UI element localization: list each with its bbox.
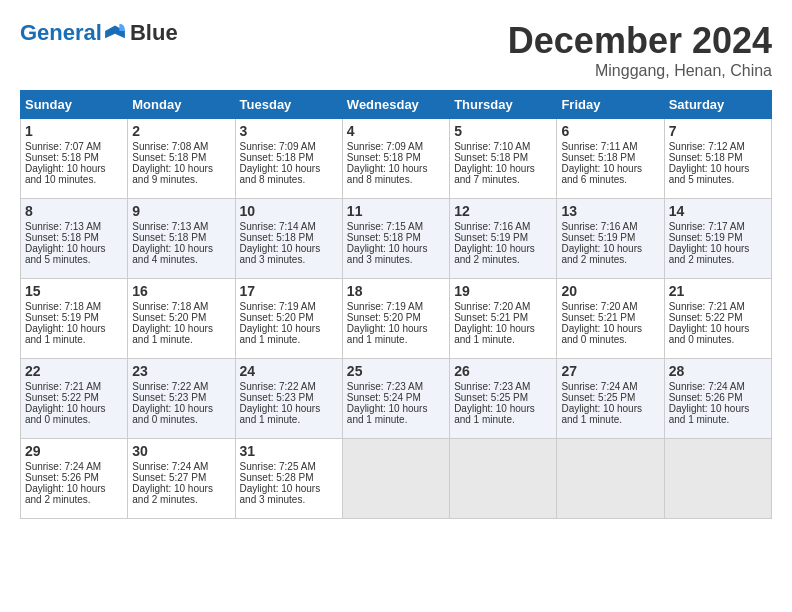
calendar-table: Sunday Monday Tuesday Wednesday Thursday… [20,90,772,519]
table-row: 8Sunrise: 7:13 AMSunset: 5:18 PMDaylight… [21,199,128,279]
sunrise-text: Sunrise: 7:16 AM [561,221,637,232]
table-row: 4Sunrise: 7:09 AMSunset: 5:18 PMDaylight… [342,119,449,199]
daylight-text: Daylight: 10 hours and 5 minutes. [669,163,750,185]
sunset-text: Sunset: 5:21 PM [561,312,635,323]
table-row: 10Sunrise: 7:14 AMSunset: 5:18 PMDayligh… [235,199,342,279]
col-thursday: Thursday [450,91,557,119]
month-title: December 2024 [508,20,772,62]
sunrise-text: Sunrise: 7:13 AM [132,221,208,232]
table-row: 30Sunrise: 7:24 AMSunset: 5:27 PMDayligh… [128,439,235,519]
daylight-text: Daylight: 10 hours and 8 minutes. [240,163,321,185]
day-number: 14 [669,203,767,219]
sunset-text: Sunset: 5:20 PM [132,312,206,323]
sunset-text: Sunset: 5:18 PM [347,232,421,243]
empty-cell [342,439,449,519]
table-row: 19Sunrise: 7:20 AMSunset: 5:21 PMDayligh… [450,279,557,359]
day-number: 17 [240,283,338,299]
sunrise-text: Sunrise: 7:24 AM [132,461,208,472]
sunrise-text: Sunrise: 7:12 AM [669,141,745,152]
table-row: 1Sunrise: 7:07 AMSunset: 5:18 PMDaylight… [21,119,128,199]
table-row: 29Sunrise: 7:24 AMSunset: 5:26 PMDayligh… [21,439,128,519]
sunset-text: Sunset: 5:18 PM [25,232,99,243]
sunset-text: Sunset: 5:18 PM [240,152,314,163]
logo-icon [104,20,126,42]
daylight-text: Daylight: 10 hours and 1 minute. [25,323,106,345]
sunrise-text: Sunrise: 7:25 AM [240,461,316,472]
calendar-week-5: 29Sunrise: 7:24 AMSunset: 5:26 PMDayligh… [21,439,772,519]
daylight-text: Daylight: 10 hours and 1 minute. [347,323,428,345]
table-row: 23Sunrise: 7:22 AMSunset: 5:23 PMDayligh… [128,359,235,439]
sunrise-text: Sunrise: 7:20 AM [454,301,530,312]
sunset-text: Sunset: 5:25 PM [561,392,635,403]
day-number: 19 [454,283,552,299]
day-number: 8 [25,203,123,219]
day-number: 24 [240,363,338,379]
table-row: 21Sunrise: 7:21 AMSunset: 5:22 PMDayligh… [664,279,771,359]
table-row: 31Sunrise: 7:25 AMSunset: 5:28 PMDayligh… [235,439,342,519]
day-number: 6 [561,123,659,139]
sunset-text: Sunset: 5:26 PM [25,472,99,483]
empty-cell [557,439,664,519]
location: Minggang, Henan, China [508,62,772,80]
sunrise-text: Sunrise: 7:14 AM [240,221,316,232]
sunrise-text: Sunrise: 7:18 AM [132,301,208,312]
sunrise-text: Sunrise: 7:24 AM [561,381,637,392]
day-number: 26 [454,363,552,379]
sunset-text: Sunset: 5:20 PM [347,312,421,323]
sunrise-text: Sunrise: 7:07 AM [25,141,101,152]
daylight-text: Daylight: 10 hours and 5 minutes. [25,243,106,265]
day-number: 23 [132,363,230,379]
table-row: 2Sunrise: 7:08 AMSunset: 5:18 PMDaylight… [128,119,235,199]
sunset-text: Sunset: 5:18 PM [25,152,99,163]
day-number: 11 [347,203,445,219]
sunset-text: Sunset: 5:19 PM [25,312,99,323]
sunrise-text: Sunrise: 7:08 AM [132,141,208,152]
daylight-text: Daylight: 10 hours and 0 minutes. [25,403,106,425]
daylight-text: Daylight: 10 hours and 1 minute. [454,403,535,425]
sunset-text: Sunset: 5:18 PM [669,152,743,163]
daylight-text: Daylight: 10 hours and 2 minutes. [132,483,213,505]
sunset-text: Sunset: 5:24 PM [347,392,421,403]
sunset-text: Sunset: 5:23 PM [240,392,314,403]
table-row: 24Sunrise: 7:22 AMSunset: 5:23 PMDayligh… [235,359,342,439]
sunset-text: Sunset: 5:19 PM [669,232,743,243]
title-block: December 2024 Minggang, Henan, China [508,20,772,80]
day-number: 7 [669,123,767,139]
table-row: 25Sunrise: 7:23 AMSunset: 5:24 PMDayligh… [342,359,449,439]
day-number: 4 [347,123,445,139]
table-row: 12Sunrise: 7:16 AMSunset: 5:19 PMDayligh… [450,199,557,279]
sunset-text: Sunset: 5:28 PM [240,472,314,483]
sunrise-text: Sunrise: 7:19 AM [240,301,316,312]
sunrise-text: Sunrise: 7:24 AM [669,381,745,392]
daylight-text: Daylight: 10 hours and 2 minutes. [25,483,106,505]
table-row: 17Sunrise: 7:19 AMSunset: 5:20 PMDayligh… [235,279,342,359]
calendar-week-1: 1Sunrise: 7:07 AMSunset: 5:18 PMDaylight… [21,119,772,199]
sunset-text: Sunset: 5:20 PM [240,312,314,323]
table-row: 18Sunrise: 7:19 AMSunset: 5:20 PMDayligh… [342,279,449,359]
daylight-text: Daylight: 10 hours and 7 minutes. [454,163,535,185]
sunset-text: Sunset: 5:25 PM [454,392,528,403]
col-monday: Monday [128,91,235,119]
table-row: 13Sunrise: 7:16 AMSunset: 5:19 PMDayligh… [557,199,664,279]
sunset-text: Sunset: 5:18 PM [561,152,635,163]
daylight-text: Daylight: 10 hours and 3 minutes. [240,243,321,265]
logo-line2: Blue [130,20,178,46]
page-header: General Blue December 2024 Minggang, Hen… [20,20,772,80]
sunrise-text: Sunrise: 7:23 AM [454,381,530,392]
daylight-text: Daylight: 10 hours and 1 minute. [132,323,213,345]
sunrise-text: Sunrise: 7:21 AM [669,301,745,312]
table-row: 7Sunrise: 7:12 AMSunset: 5:18 PMDaylight… [664,119,771,199]
sunrise-text: Sunrise: 7:19 AM [347,301,423,312]
table-row: 27Sunrise: 7:24 AMSunset: 5:25 PMDayligh… [557,359,664,439]
sunrise-text: Sunrise: 7:18 AM [25,301,101,312]
day-number: 16 [132,283,230,299]
day-number: 29 [25,443,123,459]
table-row: 3Sunrise: 7:09 AMSunset: 5:18 PMDaylight… [235,119,342,199]
daylight-text: Daylight: 10 hours and 1 minute. [669,403,750,425]
daylight-text: Daylight: 10 hours and 1 minute. [347,403,428,425]
table-row: 16Sunrise: 7:18 AMSunset: 5:20 PMDayligh… [128,279,235,359]
sunset-text: Sunset: 5:27 PM [132,472,206,483]
calendar-week-4: 22Sunrise: 7:21 AMSunset: 5:22 PMDayligh… [21,359,772,439]
daylight-text: Daylight: 10 hours and 10 minutes. [25,163,106,185]
day-number: 3 [240,123,338,139]
